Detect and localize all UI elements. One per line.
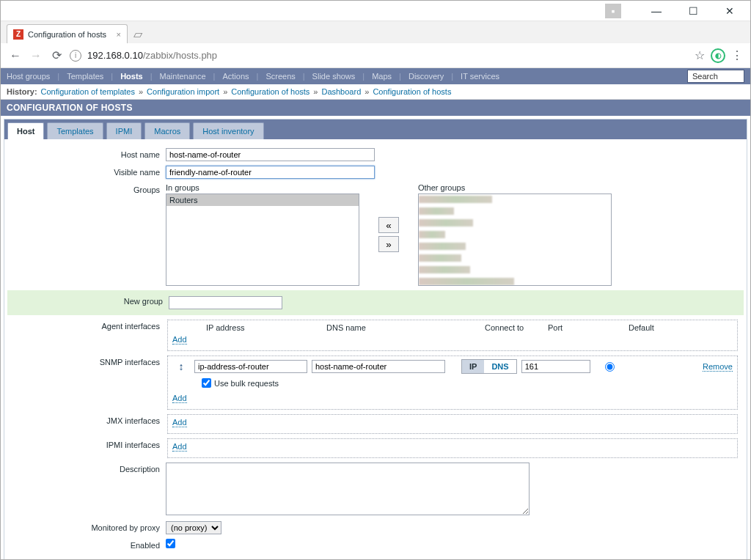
zabbix-subnav: Host groups| Templates| Hosts| Maintenan… bbox=[1, 68, 750, 84]
snmp-default-radio[interactable] bbox=[605, 362, 615, 372]
col-port-header: Port bbox=[548, 323, 629, 332]
col-dns-header: DNS name bbox=[326, 323, 485, 332]
site-info-icon[interactable]: i bbox=[70, 50, 81, 62]
enabled-checkbox[interactable] bbox=[166, 539, 175, 548]
tab-templates[interactable]: Templates bbox=[47, 122, 103, 139]
col-connect-header: Connect to bbox=[485, 323, 548, 332]
url-host: 192.168.0.10 bbox=[87, 50, 143, 61]
minimize-button[interactable]: — bbox=[643, 5, 670, 17]
history-link[interactable]: Dashboard bbox=[321, 87, 361, 96]
col-default-header: Default bbox=[629, 323, 673, 332]
new-group-label: New group bbox=[10, 295, 169, 309]
maximize-button[interactable]: ☐ bbox=[680, 5, 706, 17]
nav-discovery[interactable]: Discovery bbox=[409, 72, 444, 81]
chrome-menu-icon[interactable]: ⋮ bbox=[731, 48, 743, 62]
browser-tabstrip: Z Configuration of hosts × ▱ bbox=[1, 21, 750, 43]
search-input[interactable] bbox=[687, 70, 744, 83]
host-name-label: Host name bbox=[7, 148, 166, 161]
enabled-label: Enabled bbox=[7, 539, 166, 550]
monitored-by-proxy-label: Monitored by proxy bbox=[7, 521, 166, 534]
connect-to-toggle: IP DNS bbox=[461, 359, 517, 374]
nav-itservices[interactable]: IT services bbox=[461, 72, 499, 81]
host-name-input[interactable] bbox=[166, 148, 375, 161]
browser-tab-active[interactable]: Z Configuration of hosts × bbox=[7, 24, 128, 43]
nav-actions[interactable]: Actions bbox=[222, 72, 249, 81]
connect-to-ip-button[interactable]: IP bbox=[462, 360, 484, 373]
other-groups-listbox[interactable] bbox=[418, 194, 612, 286]
history-link[interactable]: Configuration of hosts bbox=[373, 87, 451, 96]
in-groups-label: In groups bbox=[166, 183, 359, 192]
nav-slideshows[interactable]: Slide shows bbox=[312, 72, 356, 81]
description-label: Description bbox=[7, 463, 166, 517]
other-group-option[interactable] bbox=[419, 196, 492, 203]
bookmark-star-icon[interactable]: ☆ bbox=[695, 48, 705, 62]
in-groups-listbox[interactable]: Routers bbox=[166, 194, 359, 286]
other-group-option[interactable] bbox=[419, 219, 473, 226]
history-link[interactable]: Configuration of templates bbox=[41, 87, 135, 96]
new-tab-button[interactable]: ▱ bbox=[133, 27, 142, 43]
history-label: History: bbox=[7, 87, 37, 96]
tab-title: Configuration of hosts bbox=[28, 30, 106, 39]
reload-button[interactable]: ⟳ bbox=[49, 48, 64, 62]
jmx-add-link[interactable]: Add bbox=[172, 418, 187, 427]
other-groups-label: Other groups bbox=[418, 183, 612, 192]
shuttle-left-button[interactable]: « bbox=[378, 217, 399, 233]
groups-label: Groups bbox=[7, 183, 166, 286]
page-title: CONFIGURATION OF HOSTS bbox=[1, 100, 750, 116]
jmx-interfaces-block: Add bbox=[167, 414, 738, 434]
profile-avatar-icon[interactable]: ▪ bbox=[605, 4, 621, 18]
config-tabbar: Host Templates IPMI Macros Host inventor… bbox=[4, 119, 747, 139]
nav-maintenance[interactable]: Maintenance bbox=[160, 72, 206, 81]
address-bar-row: ← → ⟳ i 192.168.0.10/zabbix/hosts.php ☆ … bbox=[1, 43, 750, 68]
bulk-requests-label: Use bulk requests bbox=[214, 379, 279, 388]
other-group-option[interactable] bbox=[419, 207, 454, 215]
other-group-option[interactable] bbox=[419, 243, 466, 250]
col-ip-header: IP address bbox=[206, 323, 326, 332]
shuttle-right-button[interactable]: » bbox=[378, 236, 399, 252]
connect-to-dns-button[interactable]: DNS bbox=[484, 360, 516, 373]
snmp-interfaces-label: SNMP interfaces bbox=[7, 355, 166, 410]
close-window-button[interactable]: ✕ bbox=[717, 5, 743, 17]
nav-screens[interactable]: Screens bbox=[265, 72, 295, 81]
extension-icon[interactable]: ◐ bbox=[711, 48, 725, 63]
jmx-interfaces-label: JMX interfaces bbox=[7, 414, 166, 434]
tab-host-inventory[interactable]: Host inventory bbox=[193, 122, 263, 139]
other-group-option[interactable] bbox=[419, 254, 461, 262]
visible-name-input[interactable] bbox=[166, 166, 375, 179]
favicon-icon: Z bbox=[13, 29, 23, 40]
ipmi-interfaces-label: IPMI interfaces bbox=[7, 438, 166, 458]
ipmi-add-link[interactable]: Add bbox=[172, 442, 187, 452]
agent-add-link[interactable]: Add bbox=[172, 335, 187, 345]
other-group-option[interactable] bbox=[419, 231, 445, 238]
agent-interfaces-block: IP address DNS name Connect to Port Defa… bbox=[167, 320, 738, 351]
tab-ipmi[interactable]: IPMI bbox=[106, 122, 142, 139]
agent-interfaces-label: Agent interfaces bbox=[7, 320, 166, 351]
description-textarea[interactable] bbox=[166, 463, 530, 515]
window-titlebar: ▪ — ☐ ✕ bbox=[1, 1, 750, 21]
snmp-dns-input[interactable] bbox=[312, 360, 445, 373]
url-display[interactable]: 192.168.0.10/zabbix/hosts.php bbox=[87, 50, 689, 61]
nav-templates[interactable]: Templates bbox=[67, 72, 103, 81]
snmp-add-link[interactable]: Add bbox=[172, 394, 187, 403]
history-link[interactable]: Configuration import bbox=[147, 87, 219, 96]
in-group-option[interactable]: Routers bbox=[166, 194, 359, 206]
tab-macros[interactable]: Macros bbox=[144, 122, 190, 139]
nav-host-groups[interactable]: Host groups bbox=[7, 72, 50, 81]
nav-hosts[interactable]: Hosts bbox=[120, 72, 143, 81]
snmp-ip-input[interactable] bbox=[194, 360, 307, 373]
new-group-input[interactable] bbox=[169, 296, 282, 309]
bulk-requests-checkbox[interactable] bbox=[202, 378, 211, 388]
tab-host[interactable]: Host bbox=[7, 122, 44, 139]
other-group-option[interactable] bbox=[419, 278, 514, 285]
snmp-remove-link[interactable]: Remove bbox=[703, 362, 733, 372]
tab-close-icon[interactable]: × bbox=[117, 30, 121, 39]
back-button[interactable]: ← bbox=[8, 49, 23, 62]
other-group-option[interactable] bbox=[419, 266, 470, 273]
snmp-port-input[interactable] bbox=[521, 360, 590, 373]
history-link[interactable]: Configuration of hosts bbox=[231, 87, 309, 96]
history-breadcrumb: History: Configuration of templates» Con… bbox=[1, 84, 750, 100]
nav-maps[interactable]: Maps bbox=[372, 72, 392, 81]
drag-handle-icon[interactable]: ↕ bbox=[172, 361, 190, 372]
monitored-by-proxy-select[interactable]: (no proxy) bbox=[166, 521, 221, 534]
ipmi-interfaces-block: Add bbox=[167, 438, 738, 458]
